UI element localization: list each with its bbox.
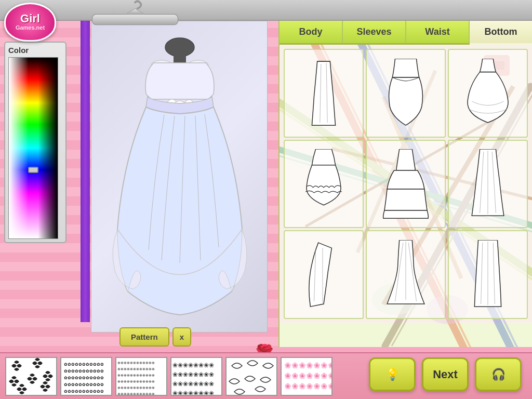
- tabs: Body Sleeves Waist Bottom: [280, 21, 532, 45]
- pattern-thumb-1[interactable]: [5, 357, 57, 396]
- svg-point-1: [165, 38, 194, 57]
- dress-option-3[interactable]: [448, 49, 528, 138]
- pattern-thumb-3[interactable]: ❋❋❋❋❋❋❋❋❋❋❋❋ ❋❋❋❋❋❋❋❋❋❋❋❋ ❋❋❋❋❋❋❋❋❋❋❋❋ ❋…: [115, 357, 167, 396]
- dress-option-4[interactable]: [284, 140, 364, 229]
- pattern-button[interactable]: Pattern: [119, 327, 169, 347]
- pattern-thumb-5[interactable]: [225, 357, 277, 396]
- svg-text:🌸🌸🌸🌸🌸🌸🌸🌸: 🌸🌸🌸🌸🌸🌸🌸🌸: [284, 382, 332, 390]
- color-label: Color: [8, 46, 62, 55]
- svg-rect-0: [92, 15, 178, 25]
- svg-text:✿✿✿✿✿✿✿✿✿✿✿: ✿✿✿✿✿✿✿✿✿✿✿: [64, 382, 104, 387]
- svg-text:❋❋❋❋❋❋❋❋❋❋❋❋: ❋❋❋❋❋❋❋❋❋❋❋❋: [117, 361, 155, 365]
- tab-body[interactable]: Body: [280, 21, 343, 43]
- svg-text:✿✿✿✿✿✿✿✿✿✿✿: ✿✿✿✿✿✿✿✿✿✿✿: [64, 376, 104, 380]
- dress-option-2[interactable]: [366, 49, 446, 138]
- svg-text:❋❋❋❋❋❋❋❋❋❋❋❋: ❋❋❋❋❋❋❋❋❋❋❋❋: [117, 386, 155, 390]
- color-gradient[interactable]: [8, 57, 58, 239]
- logo: Girl Games.net: [4, 3, 61, 44]
- svg-text:❋❋❋❋❋❋❋❋❋❋❋❋: ❋❋❋❋❋❋❋❋❋❋❋❋: [117, 367, 155, 371]
- pattern-area: Pattern x: [119, 327, 191, 347]
- tab-bottom[interactable]: Bottom: [470, 21, 532, 45]
- pattern-thumb-2[interactable]: ✿✿✿✿✿✿✿✿✿✿✿ ✿✿✿✿✿✿✿✿✿✿✿ ✿✿✿✿✿✿✿✿✿✿✿ ✿✿✿✿…: [60, 357, 112, 396]
- logo-text-girl: Girl: [20, 13, 40, 24]
- svg-text:❋❋❋❋❋❋❋❋❋❋❋❋: ❋❋❋❋❋❋❋❋❋❋❋❋: [117, 374, 155, 377]
- svg-text:❀❀❀❀❀❀❀❀: ❀❀❀❀❀❀❀❀: [172, 390, 214, 396]
- dress-option-7[interactable]: [284, 230, 364, 319]
- headphone-button[interactable]: 🎧: [475, 357, 522, 391]
- dress-display: [112, 32, 247, 323]
- top-bar: [0, 0, 532, 21]
- svg-text:✿✿✿✿✿✿✿✿✿✿✿: ✿✿✿✿✿✿✿✿✿✿✿: [64, 362, 104, 367]
- purple-bar: [81, 21, 90, 322]
- tab-sleeves[interactable]: Sleeves: [343, 21, 406, 43]
- svg-text:❋❋❋❋❋❋❋❋❋❋❋❋: ❋❋❋❋❋❋❋❋❋❋❋❋: [117, 392, 155, 396]
- pattern-thumb-4[interactable]: ❀❀❀❀❀❀❀❀ ❀❀❀❀❀❀❀❀ ❀❀❀❀❀❀❀❀ ❀❀❀❀❀❀❀❀: [170, 357, 222, 396]
- color-panel: Color: [4, 42, 66, 243]
- tab-panel: Body Sleeves Waist Bottom: [278, 21, 532, 347]
- action-buttons: 💡 Next 🎧: [369, 357, 522, 391]
- svg-text:🌸🌸🌸🌸🌸🌸🌸🌸: 🌸🌸🌸🌸🌸🌸🌸🌸: [284, 362, 332, 369]
- clear-pattern-button[interactable]: x: [172, 327, 191, 347]
- hanger: [83, 0, 187, 29]
- hint-button[interactable]: 💡: [369, 357, 416, 391]
- headphone-icon: 🎧: [491, 369, 506, 380]
- logo-text-games: Games.net: [16, 24, 45, 31]
- svg-text:✿✿✿✿✿✿✿✿✿✿✿: ✿✿✿✿✿✿✿✿✿✿✿: [64, 369, 104, 374]
- svg-text:🌸🌸🌸🌸🌸🌸🌸🌸: 🌸🌸🌸🌸🌸🌸🌸🌸: [284, 372, 332, 379]
- svg-text:❀❀❀❀❀❀❀❀: ❀❀❀❀❀❀❀❀: [172, 362, 214, 369]
- next-button[interactable]: Next: [422, 357, 469, 391]
- lightbulb-icon: 💡: [385, 369, 400, 380]
- svg-text:❀❀❀❀❀❀❀❀: ❀❀❀❀❀❀❀❀: [172, 380, 214, 388]
- dress-option-6[interactable]: [448, 140, 528, 229]
- pattern-thumb-6[interactable]: 🌸🌸🌸🌸🌸🌸🌸🌸 🌸🌸🌸🌸🌸🌸🌸🌸 🌸🌸🌸🌸🌸🌸🌸🌸: [281, 357, 332, 396]
- svg-text:✿✿✿✿✿✿✿✿✿✿✿: ✿✿✿✿✿✿✿✿✿✿✿: [64, 389, 104, 394]
- tab-waist[interactable]: Waist: [406, 21, 470, 43]
- dress-area: [91, 21, 268, 332]
- color-slider-knob[interactable]: [28, 167, 38, 173]
- dress-option-9[interactable]: [448, 230, 528, 319]
- svg-text:❋❋❋❋❋❋❋❋❋❋❋❋: ❋❋❋❋❋❋❋❋❋❋❋❋: [117, 380, 155, 383]
- dress-grid: [280, 45, 532, 323]
- dress-option-1[interactable]: [284, 49, 364, 138]
- dress-option-8[interactable]: [366, 230, 446, 319]
- svg-text:❀❀❀❀❀❀❀❀: ❀❀❀❀❀❀❀❀: [172, 371, 214, 378]
- dress-option-5[interactable]: [366, 140, 446, 229]
